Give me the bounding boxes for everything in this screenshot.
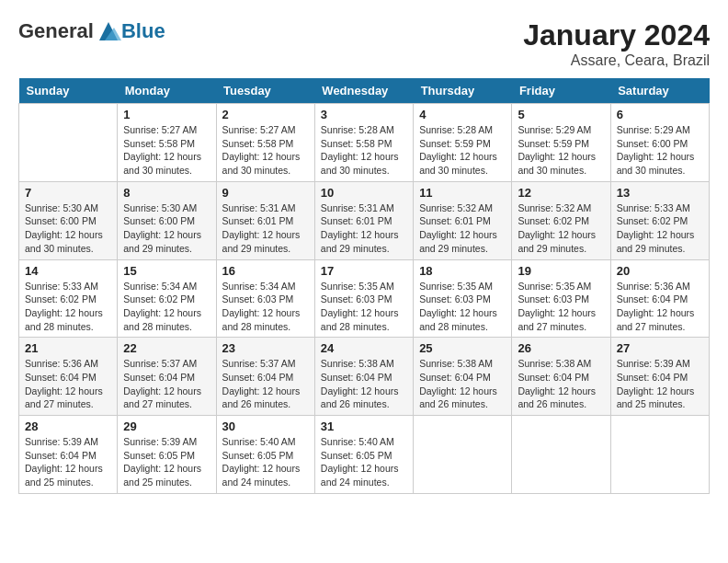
day-number: 14 bbox=[25, 264, 111, 278]
day-number: 19 bbox=[518, 264, 604, 278]
day-info: Sunrise: 5:34 AMSunset: 6:03 PMDaylight:… bbox=[222, 280, 309, 334]
day-number: 17 bbox=[321, 264, 407, 278]
calendar-cell: 26Sunrise: 5:38 AMSunset: 6:04 PMDayligh… bbox=[512, 338, 610, 416]
location-subtitle: Assare, Ceara, Brazil bbox=[523, 52, 710, 69]
calendar-header-thursday: Thursday bbox=[414, 78, 512, 104]
calendar-cell: 31Sunrise: 5:40 AMSunset: 6:05 PMDayligh… bbox=[314, 416, 413, 494]
calendar-cell: 11Sunrise: 5:32 AMSunset: 6:01 PMDayligh… bbox=[414, 181, 512, 259]
calendar-cell bbox=[610, 416, 709, 494]
calendar-header-monday: Monday bbox=[118, 78, 216, 104]
day-info: Sunrise: 5:29 AMSunset: 6:00 PMDaylight:… bbox=[617, 123, 703, 178]
day-info: Sunrise: 5:29 AMSunset: 5:59 PMDaylight:… bbox=[518, 123, 604, 178]
day-number: 28 bbox=[25, 419, 111, 433]
day-number: 12 bbox=[518, 186, 604, 200]
calendar-cell: 24Sunrise: 5:38 AMSunset: 6:04 PMDayligh… bbox=[314, 338, 413, 416]
calendar-cell: 6Sunrise: 5:29 AMSunset: 6:00 PMDaylight… bbox=[610, 104, 709, 182]
logo-icon bbox=[96, 18, 121, 44]
day-number: 26 bbox=[518, 341, 604, 355]
calendar-week-row: 21Sunrise: 5:36 AMSunset: 6:04 PMDayligh… bbox=[19, 338, 710, 416]
day-number: 13 bbox=[617, 186, 703, 200]
day-info: Sunrise: 5:36 AMSunset: 6:04 PMDaylight:… bbox=[617, 280, 703, 334]
calendar-header-saturday: Saturday bbox=[610, 78, 709, 104]
calendar-header-tuesday: Tuesday bbox=[216, 78, 314, 104]
calendar-header-row: SundayMondayTuesdayWednesdayThursdayFrid… bbox=[19, 78, 710, 104]
calendar-week-row: 14Sunrise: 5:33 AMSunset: 6:02 PMDayligh… bbox=[19, 259, 710, 338]
calendar-cell: 15Sunrise: 5:34 AMSunset: 6:02 PMDayligh… bbox=[118, 259, 216, 338]
day-number: 22 bbox=[123, 341, 210, 355]
calendar-cell: 2Sunrise: 5:27 AMSunset: 5:58 PMDaylight… bbox=[216, 104, 314, 182]
day-info: Sunrise: 5:35 AMSunset: 6:03 PMDaylight:… bbox=[518, 280, 604, 334]
day-number: 1 bbox=[123, 108, 210, 121]
day-info: Sunrise: 5:40 AMSunset: 6:05 PMDaylight:… bbox=[222, 435, 309, 489]
day-number: 3 bbox=[321, 108, 407, 121]
day-number: 29 bbox=[123, 419, 210, 433]
calendar-cell: 22Sunrise: 5:37 AMSunset: 6:04 PMDayligh… bbox=[118, 338, 216, 416]
calendar-cell: 10Sunrise: 5:31 AMSunset: 6:01 PMDayligh… bbox=[314, 181, 413, 259]
calendar-cell: 9Sunrise: 5:31 AMSunset: 6:01 PMDaylight… bbox=[216, 181, 314, 259]
day-number: 16 bbox=[222, 264, 309, 278]
day-info: Sunrise: 5:32 AMSunset: 6:02 PMDaylight:… bbox=[518, 201, 604, 256]
calendar-week-row: 1Sunrise: 5:27 AMSunset: 5:58 PMDaylight… bbox=[19, 104, 710, 182]
calendar-table: SundayMondayTuesdayWednesdayThursdayFrid… bbox=[18, 78, 710, 494]
calendar-cell: 29Sunrise: 5:39 AMSunset: 6:05 PMDayligh… bbox=[118, 416, 216, 494]
calendar-cell: 27Sunrise: 5:39 AMSunset: 6:04 PMDayligh… bbox=[610, 338, 709, 416]
day-number: 6 bbox=[617, 108, 703, 121]
day-number: 7 bbox=[25, 186, 111, 200]
calendar-week-row: 7Sunrise: 5:30 AMSunset: 6:00 PMDaylight… bbox=[19, 181, 710, 259]
day-info: Sunrise: 5:28 AMSunset: 5:59 PMDaylight:… bbox=[419, 123, 506, 178]
calendar-cell: 19Sunrise: 5:35 AMSunset: 6:03 PMDayligh… bbox=[512, 259, 610, 338]
calendar-cell bbox=[19, 104, 118, 182]
title-block: January 2024 Assare, Ceara, Brazil bbox=[523, 18, 710, 69]
day-number: 23 bbox=[222, 341, 309, 355]
day-info: Sunrise: 5:37 AMSunset: 6:04 PMDaylight:… bbox=[222, 357, 309, 411]
calendar-cell bbox=[414, 416, 512, 494]
day-info: Sunrise: 5:27 AMSunset: 5:58 PMDaylight:… bbox=[222, 123, 309, 178]
calendar-cell bbox=[512, 416, 610, 494]
day-number: 25 bbox=[419, 341, 506, 355]
day-number: 27 bbox=[617, 341, 703, 355]
day-info: Sunrise: 5:34 AMSunset: 6:02 PMDaylight:… bbox=[123, 280, 210, 334]
day-number: 30 bbox=[222, 419, 309, 433]
page-header: General Blue January 2024 Assare, Ceara,… bbox=[18, 18, 710, 69]
calendar-cell: 13Sunrise: 5:33 AMSunset: 6:02 PMDayligh… bbox=[610, 181, 709, 259]
calendar-cell: 5Sunrise: 5:29 AMSunset: 5:59 PMDaylight… bbox=[512, 104, 610, 182]
day-number: 18 bbox=[419, 264, 506, 278]
day-info: Sunrise: 5:35 AMSunset: 6:03 PMDaylight:… bbox=[419, 280, 506, 334]
day-number: 31 bbox=[321, 419, 407, 433]
day-number: 21 bbox=[25, 341, 111, 355]
month-year-title: January 2024 bbox=[523, 18, 710, 52]
day-info: Sunrise: 5:30 AMSunset: 6:00 PMDaylight:… bbox=[123, 201, 210, 256]
day-number: 11 bbox=[419, 186, 506, 200]
calendar-cell: 21Sunrise: 5:36 AMSunset: 6:04 PMDayligh… bbox=[19, 338, 118, 416]
calendar-cell: 23Sunrise: 5:37 AMSunset: 6:04 PMDayligh… bbox=[216, 338, 314, 416]
day-info: Sunrise: 5:39 AMSunset: 6:04 PMDaylight:… bbox=[25, 435, 111, 489]
day-number: 15 bbox=[123, 264, 210, 278]
calendar-cell: 18Sunrise: 5:35 AMSunset: 6:03 PMDayligh… bbox=[414, 259, 512, 338]
calendar-cell: 1Sunrise: 5:27 AMSunset: 5:58 PMDaylight… bbox=[118, 104, 216, 182]
day-number: 8 bbox=[123, 186, 210, 200]
logo-blue: Blue bbox=[121, 19, 165, 43]
day-info: Sunrise: 5:33 AMSunset: 6:02 PMDaylight:… bbox=[617, 201, 703, 256]
day-info: Sunrise: 5:38 AMSunset: 6:04 PMDaylight:… bbox=[321, 357, 407, 411]
calendar-cell: 30Sunrise: 5:40 AMSunset: 6:05 PMDayligh… bbox=[216, 416, 314, 494]
day-number: 20 bbox=[617, 264, 703, 278]
day-info: Sunrise: 5:33 AMSunset: 6:02 PMDaylight:… bbox=[25, 280, 111, 334]
day-number: 2 bbox=[222, 108, 309, 121]
day-info: Sunrise: 5:27 AMSunset: 5:58 PMDaylight:… bbox=[123, 123, 210, 178]
calendar-week-row: 28Sunrise: 5:39 AMSunset: 6:04 PMDayligh… bbox=[19, 416, 710, 494]
day-number: 5 bbox=[518, 108, 604, 121]
day-info: Sunrise: 5:39 AMSunset: 6:05 PMDaylight:… bbox=[123, 435, 210, 489]
day-number: 4 bbox=[419, 108, 506, 121]
day-info: Sunrise: 5:39 AMSunset: 6:04 PMDaylight:… bbox=[617, 357, 703, 411]
day-info: Sunrise: 5:31 AMSunset: 6:01 PMDaylight:… bbox=[321, 201, 407, 256]
logo: General Blue bbox=[18, 18, 165, 44]
calendar-cell: 16Sunrise: 5:34 AMSunset: 6:03 PMDayligh… bbox=[216, 259, 314, 338]
calendar-cell: 14Sunrise: 5:33 AMSunset: 6:02 PMDayligh… bbox=[19, 259, 118, 338]
calendar-cell: 17Sunrise: 5:35 AMSunset: 6:03 PMDayligh… bbox=[314, 259, 413, 338]
day-number: 10 bbox=[321, 186, 407, 200]
day-info: Sunrise: 5:32 AMSunset: 6:01 PMDaylight:… bbox=[419, 201, 506, 256]
logo-general: General bbox=[18, 19, 94, 43]
calendar-header-wednesday: Wednesday bbox=[314, 78, 413, 104]
calendar-header-friday: Friday bbox=[512, 78, 610, 104]
day-info: Sunrise: 5:35 AMSunset: 6:03 PMDaylight:… bbox=[321, 280, 407, 334]
